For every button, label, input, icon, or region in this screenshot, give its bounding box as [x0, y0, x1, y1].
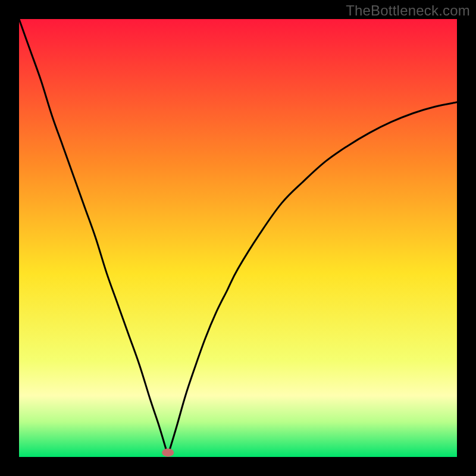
chart-svg: [19, 19, 457, 457]
chart-frame: TheBottleneck.com: [0, 0, 476, 476]
gradient-background: [19, 19, 457, 457]
plot-area: [19, 19, 457, 457]
watermark-text: TheBottleneck.com: [346, 2, 470, 19]
optimal-marker: [162, 449, 174, 457]
